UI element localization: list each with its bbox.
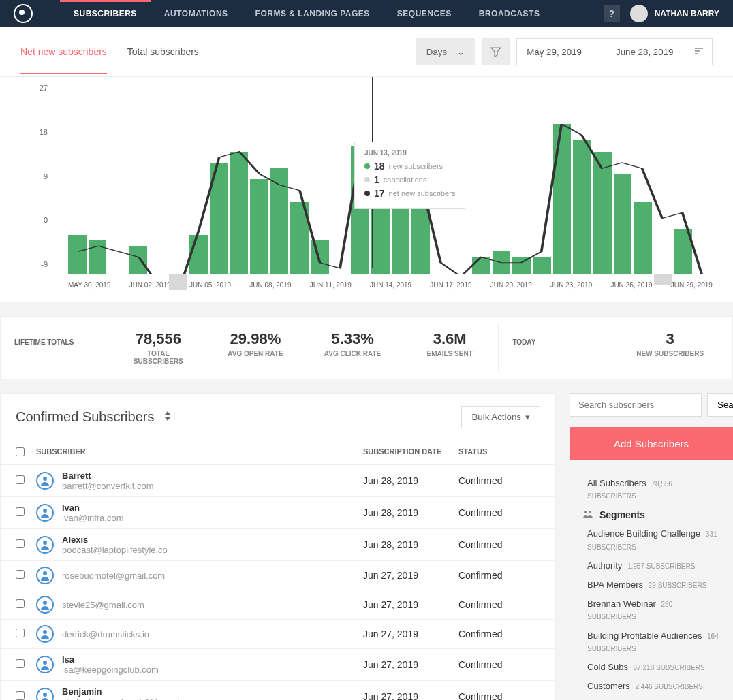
svg-point-13 bbox=[589, 511, 591, 513]
subscriber-avatar-icon bbox=[36, 688, 54, 700]
user-menu[interactable]: NATHAN BARRY bbox=[630, 5, 719, 22]
stat-item: 78,556TOTAL SUBSCRIBERS bbox=[110, 317, 207, 379]
chart-tooltip: JUN 13, 2019 18new subscribers1cancellat… bbox=[354, 142, 465, 209]
row-checkbox[interactable] bbox=[16, 570, 25, 579]
svg-point-1 bbox=[43, 509, 47, 513]
subscribers-panel: Confirmed Subscribers Bulk Actions ▾ SUB… bbox=[0, 393, 556, 700]
all-subscribers-link[interactable]: All Subscribers 78,556 SUBSCRIBERS bbox=[570, 474, 733, 505]
table-row[interactable]: Barrettbarrett@convertkit.comJun 28, 201… bbox=[1, 465, 555, 497]
segment-item[interactable]: Brennan Webinar 280 SUBSCRIBERS bbox=[570, 594, 733, 626]
nav-sequences[interactable]: SEQUENCES bbox=[384, 1, 465, 27]
col-date[interactable]: SUBSCRIPTION DATE bbox=[363, 447, 458, 458]
chart-bar[interactable] bbox=[169, 274, 187, 290]
row-checkbox[interactable] bbox=[16, 629, 25, 637]
row-checkbox[interactable] bbox=[16, 599, 25, 608]
segment-item[interactable]: Authority 1,957 SUBSCRIBERS bbox=[570, 556, 733, 575]
col-status[interactable]: STATUS bbox=[458, 447, 540, 458]
nav-automations[interactable]: AUTOMATIONS bbox=[151, 1, 242, 27]
segment-item[interactable]: Audience Building Challenge 331 SUBSCRIB… bbox=[570, 524, 733, 556]
caret-down-icon: ▾ bbox=[525, 412, 530, 422]
date-from-input[interactable] bbox=[517, 39, 595, 65]
user-name: NATHAN BARRY bbox=[655, 9, 719, 18]
subscriber-avatar-icon bbox=[36, 536, 54, 554]
chart-bar[interactable] bbox=[654, 274, 672, 285]
table-header: SUBSCRIBER SUBSCRIPTION DATE STATUS bbox=[1, 441, 555, 465]
search-button[interactable]: Search bbox=[707, 393, 733, 417]
subscriber-avatar-icon bbox=[36, 504, 54, 522]
svg-point-4 bbox=[43, 601, 47, 605]
svg-point-7 bbox=[43, 693, 47, 697]
funnel-icon bbox=[490, 46, 501, 57]
row-checkbox[interactable] bbox=[16, 475, 25, 484]
avatar bbox=[630, 5, 648, 22]
tab-total[interactable]: Total subscribers bbox=[127, 41, 199, 63]
granularity-select[interactable]: Days ⌄ bbox=[416, 38, 475, 65]
stat-today: 3 NEW SUBSCRIBERS bbox=[608, 317, 732, 379]
chevron-down-icon: ⌄ bbox=[457, 47, 465, 57]
segment-item[interactable]: Dallas subscribers 310 SUBSCRIBERS bbox=[570, 696, 733, 700]
subscriber-avatar-icon bbox=[36, 625, 54, 643]
table-row[interactable]: Ivanivan@infra.comJun 28, 2019Confirmed bbox=[1, 497, 555, 529]
svg-point-3 bbox=[43, 571, 47, 575]
subscriber-avatar-icon bbox=[36, 656, 54, 673]
nav-forms-landing-pages[interactable]: FORMS & LANDING PAGES bbox=[242, 1, 384, 27]
bulk-actions-button[interactable]: Bulk Actions ▾ bbox=[461, 406, 540, 428]
subscriber-avatar-icon bbox=[36, 567, 54, 584]
svg-point-6 bbox=[43, 661, 47, 665]
panel-title: Confirmed Subscribers bbox=[16, 409, 154, 425]
svg-point-0 bbox=[43, 477, 47, 481]
row-checkbox[interactable] bbox=[16, 691, 25, 700]
svg-point-12 bbox=[584, 511, 587, 513]
row-checkbox[interactable] bbox=[16, 507, 25, 516]
filter-icon-button[interactable] bbox=[482, 38, 510, 65]
svg-point-5 bbox=[43, 630, 47, 634]
segment-item[interactable]: Cold Subs 67,218 SUBSCRIBERS bbox=[570, 658, 733, 677]
nav-broadcasts[interactable]: BROADCASTS bbox=[465, 1, 554, 27]
table-row[interactable]: Alexispodcast@laptoplifestyle.coJun 28, … bbox=[1, 529, 555, 561]
col-subscriber[interactable]: SUBSCRIBER bbox=[36, 447, 363, 458]
subscriber-avatar-icon bbox=[36, 596, 54, 614]
stat-item: 29.98%AVG OPEN RATE bbox=[207, 317, 305, 379]
stat-item: 5.33%AVG CLICK RATE bbox=[304, 317, 401, 379]
sort-toggle-icon[interactable] bbox=[164, 411, 171, 423]
segment-item[interactable]: BPA Members 29 SUBSCRIBERS bbox=[570, 575, 733, 594]
row-checkbox[interactable] bbox=[16, 539, 25, 548]
date-range-picker[interactable]: – bbox=[516, 38, 713, 65]
subscriber-avatar-icon bbox=[36, 472, 54, 490]
stat-item: 3.6MEMAILS SENT bbox=[401, 317, 499, 379]
sort-button[interactable] bbox=[685, 39, 712, 65]
stats-bar: LIFETIME TOTALS 78,556TOTAL SUBSCRIBERS2… bbox=[0, 316, 733, 379]
nav-subscribers[interactable]: SUBSCRIBERS bbox=[60, 1, 151, 27]
segments-heading: Segments bbox=[570, 505, 733, 524]
top-nav: SUBSCRIBERSAUTOMATIONSFORMS & LANDING PA… bbox=[0, 0, 733, 27]
sort-icon bbox=[694, 46, 704, 56]
segment-item[interactable]: Customers 2,446 SUBSCRIBERS bbox=[570, 677, 733, 696]
logo-icon[interactable] bbox=[14, 4, 33, 23]
select-all-checkbox[interactable] bbox=[16, 447, 25, 456]
table-row[interactable]: derrick@drumsticks.ioJun 27, 2019Confirm… bbox=[1, 620, 555, 649]
sub-nav: Net new subscribers Total subscribers Da… bbox=[0, 27, 733, 77]
table-row[interactable]: Isaisa@keepgoingclub.comJun 27, 2019Conf… bbox=[1, 649, 555, 681]
date-to-input[interactable] bbox=[606, 39, 685, 65]
add-subscribers-button[interactable]: Add Subscribers bbox=[570, 427, 733, 460]
tab-net-new[interactable]: Net new subscribers bbox=[20, 41, 107, 63]
table-row[interactable]: rosebudmotel@gmail.comJun 27, 2019Confir… bbox=[1, 561, 555, 590]
lifetime-label: LIFETIME TOTALS bbox=[1, 317, 110, 379]
table-row[interactable]: stevie25@gmail.comJun 27, 2019Confirmed bbox=[1, 590, 555, 620]
chart-area: 271890-9 JUN 13, 2019 18new subscribers1… bbox=[0, 77, 733, 302]
table-row[interactable]: Benjaminshutupbrainpodcast54@gmail.comJu… bbox=[1, 681, 555, 700]
help-button[interactable]: ? bbox=[604, 5, 620, 22]
row-checkbox[interactable] bbox=[16, 659, 25, 668]
today-label: TODAY bbox=[499, 317, 608, 379]
search-input[interactable] bbox=[570, 393, 702, 417]
people-icon bbox=[583, 510, 593, 520]
svg-point-2 bbox=[43, 541, 47, 545]
segment-item[interactable]: Building Profitable Audiences 164 SUBSCR… bbox=[570, 626, 733, 658]
sidebar: Search Add Subscribers All Subscribers 7… bbox=[570, 393, 733, 700]
